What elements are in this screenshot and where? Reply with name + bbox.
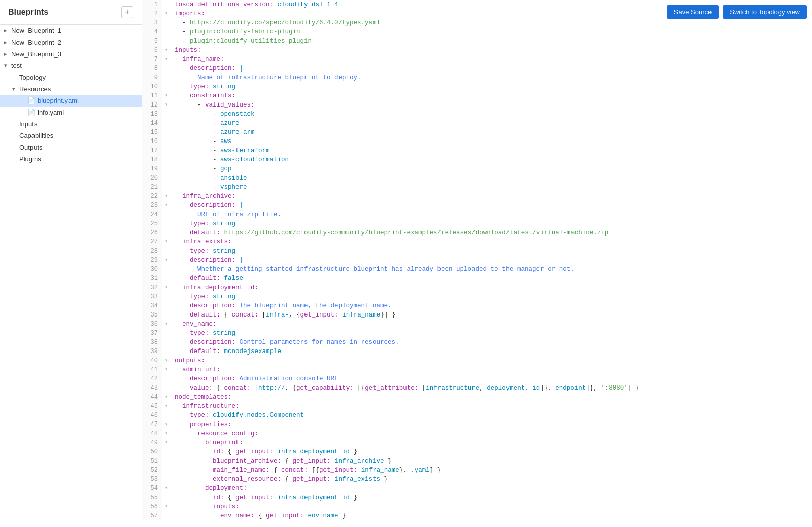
save-source-button[interactable]: Save Source	[667, 5, 719, 19]
code-line-47: 47▾ properties:	[142, 420, 812, 429]
code-content-23: description: |	[171, 201, 243, 210]
code-line-3: 3 - https://cloudify.co/spec/cloudify/6.…	[142, 18, 812, 27]
fold-btn-25	[162, 219, 171, 228]
line-number-45: 45	[142, 402, 162, 411]
code-line-53: 53 external_resource: { get_input: infra…	[142, 475, 812, 484]
sidebar-item-topology[interactable]: Topology	[0, 72, 142, 83]
fold-btn-54[interactable]: ▾	[162, 484, 171, 493]
code-line-27: 27▾ infra_exists:	[142, 237, 812, 247]
code-content-55: id: { get_input: infra_deployment_id }	[171, 493, 357, 502]
code-content-13: - openstack	[171, 110, 255, 119]
code-content-19: - gcp	[171, 164, 232, 173]
fold-btn-43	[162, 383, 171, 393]
code-content-28: type: string	[171, 247, 235, 256]
line-number-43: 43	[142, 383, 162, 393]
fold-btn-49[interactable]: ▾	[162, 438, 171, 447]
code-line-6: 6▾inputs:	[142, 46, 812, 55]
line-number-34: 34	[142, 301, 162, 310]
code-content-22: infra_archive:	[171, 192, 235, 201]
fold-btn-40[interactable]: ▾	[162, 356, 171, 365]
line-number-42: 42	[142, 374, 162, 383]
tree-arrow: ▾	[12, 86, 19, 92]
code-line-55: 55 id: { get_input: infra_deployment_id …	[142, 493, 812, 502]
code-line-49: 49▾ blueprint:	[142, 438, 812, 447]
sidebar-item-blueprint-yaml[interactable]: 📄blueprint.yaml	[0, 95, 142, 107]
fold-btn-12[interactable]: ▾	[162, 100, 171, 110]
line-number-31: 31	[142, 274, 162, 283]
code-line-35: 35 default: { concat: [infra-, {get_inpu…	[142, 310, 812, 320]
fold-btn-6[interactable]: ▾	[162, 46, 171, 55]
code-line-18: 18 - aws-cloudformation	[142, 155, 812, 164]
code-line-41: 41▾ admin_url:	[142, 365, 812, 374]
code-content-44: node_templates:	[171, 393, 232, 402]
fold-btn-45[interactable]: ▾	[162, 402, 171, 411]
fold-btn-23[interactable]: ▾	[162, 201, 171, 210]
code-content-2: imports:	[171, 9, 205, 18]
fold-btn-37	[162, 329, 171, 338]
code-line-36: 36▾ env_name:	[142, 320, 812, 329]
fold-btn-8	[162, 64, 171, 73]
code-line-32: 32▾ infra_deployment_id:	[142, 283, 812, 292]
sidebar-item-capabilities[interactable]: Capabilities	[0, 130, 142, 142]
code-content-20: - ansible	[171, 173, 247, 183]
sidebar-item-info-yaml[interactable]: 📄info.yaml	[0, 107, 142, 118]
code-line-19: 19 - gcp	[142, 164, 812, 173]
line-number-46: 46	[142, 411, 162, 420]
line-number-11: 11	[142, 91, 162, 100]
sidebar-item-resources[interactable]: ▾Resources	[0, 83, 142, 95]
line-number-4: 4	[142, 27, 162, 37]
line-number-51: 51	[142, 456, 162, 466]
sidebar-item-plugins[interactable]: Plugins	[0, 153, 142, 165]
fold-btn-56[interactable]: ▾	[162, 502, 171, 511]
code-line-7: 7▾ infra_name:	[142, 55, 812, 64]
code-content-43: value: { concat: [http://, {get_capabili…	[171, 383, 639, 393]
line-number-53: 53	[142, 475, 162, 484]
fold-btn-18	[162, 155, 171, 164]
line-number-21: 21	[142, 183, 162, 192]
line-number-44: 44	[142, 393, 162, 402]
code-content-4: - plugin:cloudify-fabric-plugin	[171, 27, 300, 37]
code-editor[interactable]: 1 tosca_definitions_version: cloudify_ds…	[142, 0, 812, 527]
line-number-17: 17	[142, 146, 162, 155]
fold-btn-32[interactable]: ▾	[162, 283, 171, 292]
code-content-47: properties:	[171, 420, 232, 429]
fold-btn-19	[162, 164, 171, 173]
line-number-25: 25	[142, 219, 162, 228]
fold-btn-47[interactable]: ▾	[162, 420, 171, 429]
fold-btn-48[interactable]: ▾	[162, 429, 171, 438]
line-number-37: 37	[142, 329, 162, 338]
sidebar-item-new-bp-3[interactable]: ▸New_Blueprint_3	[0, 48, 142, 60]
fold-btn-7[interactable]: ▾	[162, 55, 171, 64]
code-line-43: 43 value: { concat: [http://, {get_capab…	[142, 383, 812, 393]
code-line-8: 8 description: |	[142, 64, 812, 73]
sidebar-item-new-bp-1[interactable]: ▸New_Blueprint_1	[0, 25, 142, 37]
tree-arrow: ▸	[4, 51, 11, 57]
switch-topology-button[interactable]: Switch to Topology view	[723, 5, 807, 19]
tree-item-label: Resources	[19, 85, 51, 93]
fold-btn-36[interactable]: ▾	[162, 320, 171, 329]
fold-btn-24	[162, 210, 171, 219]
fold-btn-38	[162, 338, 171, 347]
line-number-2: 2	[142, 9, 162, 18]
fold-btn-2[interactable]: ▾	[162, 9, 171, 18]
fold-btn-11[interactable]: ▾	[162, 91, 171, 100]
sidebar-item-outputs[interactable]: Outputs	[0, 142, 142, 153]
sidebar-title: Blueprints	[8, 8, 48, 17]
sidebar-item-new-bp-2[interactable]: ▸New_Blueprint_2	[0, 37, 142, 48]
code-line-37: 37 type: string	[142, 329, 812, 338]
line-number-54: 54	[142, 484, 162, 493]
fold-btn-27[interactable]: ▾	[162, 237, 171, 247]
fold-btn-17	[162, 146, 171, 155]
code-content-42: description: Administration console URL	[171, 374, 339, 383]
fold-btn-29[interactable]: ▾	[162, 256, 171, 265]
sidebar-item-inputs[interactable]: Inputs	[0, 118, 142, 130]
line-number-27: 27	[142, 237, 162, 247]
sidebar-item-test[interactable]: ▾test	[0, 60, 142, 72]
add-blueprint-button[interactable]: +	[121, 6, 133, 18]
fold-btn-28	[162, 247, 171, 256]
fold-btn-44[interactable]: ▾	[162, 393, 171, 402]
fold-btn-41[interactable]: ▾	[162, 365, 171, 374]
fold-btn-22[interactable]: ▾	[162, 192, 171, 201]
fold-btn-55	[162, 493, 171, 502]
code-line-11: 11▾ constraints:	[142, 91, 812, 100]
